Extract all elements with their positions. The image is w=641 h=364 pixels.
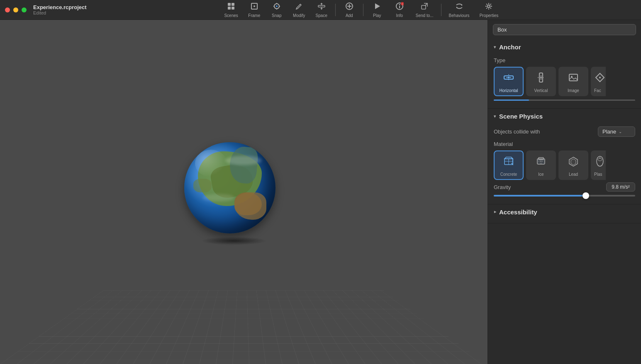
collide-dropdown[interactable]: Plane ⌄ [598,126,635,137]
anchor-type-grid: Horizontal Vertical [494,67,635,96]
info-label: Info [396,13,403,18]
anchor-type-image[interactable]: Image [558,67,588,96]
title-bar: Experience.rcproject Edited Scenes [0,0,641,20]
svg-marker-46 [571,159,576,165]
toolbar-properties[interactable]: Properties [475,0,503,19]
behaviours-icon [455,2,463,12]
type-scroll-indicator [494,99,635,101]
collide-value: Plane [602,129,616,135]
lead-icon [568,155,579,170]
gravity-slider-fill [494,195,586,197]
svg-point-32 [508,77,509,78]
viewport[interactable] [0,20,487,364]
accessibility-section: ▾ Accessibility [488,204,641,223]
accessibility-section-header[interactable]: ▾ Accessibility [488,204,641,220]
gravity-value: 9.8 m/s² [606,182,635,192]
app-title: Experience.rcproject Edited [33,4,87,15]
scene-physics-section: ▾ Scene Physics Objects collide with Pla… [488,109,641,204]
anchor-section-title: Anchor [499,44,521,51]
material-plastic[interactable]: Plas [591,150,606,180]
toolbar-behaviours[interactable]: Behaviours [445,0,474,19]
type-label: Type [494,57,635,63]
collide-row: Objects collide with Plane ⌄ [494,126,635,137]
vertical-icon [535,72,547,86]
ice-icon [535,155,547,170]
gravity-slider-container [494,195,635,197]
material-grid: Concrete Ice [494,150,635,180]
minimize-button[interactable] [13,7,18,12]
modify-icon [295,2,303,12]
modify-label: Modify [293,13,305,18]
image-icon [568,72,579,86]
material-concrete[interactable]: Concrete [494,150,524,180]
svg-line-12 [300,4,300,5]
gravity-row: Gravity 9.8 m/s² [494,182,635,192]
gravity-slider-track [494,195,635,197]
svg-rect-35 [569,74,578,81]
play-label: Play [373,13,381,18]
svg-point-7 [276,5,278,7]
svg-rect-2 [228,7,231,10]
accessibility-title: Accessibility [499,209,537,216]
traffic-lights [5,7,27,12]
toolbar-divider-3 [441,4,441,16]
fullscreen-button[interactable] [22,7,27,12]
space-icon [317,2,326,12]
face-label: Fac [594,88,601,93]
toolbar-divider-1 [335,4,336,16]
toolbar-info[interactable]: ! Info [389,0,410,19]
collide-label: Objects collide with [494,129,540,135]
toolbar-snap[interactable]: Snap [266,0,287,19]
toolbar-modify[interactable]: Modify [289,0,310,19]
gravity-slider-thumb[interactable] [583,192,589,199]
main-content: ▾ Anchor Type [0,20,641,364]
sendto-icon [420,2,429,12]
play-icon [373,2,381,12]
plastic-icon [594,155,606,170]
material-lead[interactable]: Lead [558,150,588,180]
toolbar-play[interactable]: Play [367,0,388,19]
search-input[interactable] [493,24,636,35]
svg-marker-17 [320,8,323,10]
svg-marker-16 [320,3,323,4]
globe-shadow [201,237,267,245]
toolbar-add[interactable]: Add [339,0,360,19]
accessibility-chevron-icon: ▾ [492,211,497,213]
snap-label: Snap [272,13,281,18]
horizontal-label: Horizontal [499,88,518,93]
anchor-section: ▾ Anchor Type [488,39,641,109]
anchor-section-content: Type Horizontal [488,55,641,105]
anchor-type-face[interactable]: Fac [591,67,606,96]
toolbar-frame[interactable]: Frame [244,0,265,19]
toolbar-sendto[interactable]: Send to... [412,0,438,19]
anchor-type-horizontal[interactable]: Horizontal [494,67,524,96]
anchor-type-vertical[interactable]: Vertical [526,67,556,96]
plastic-label: Plas [594,172,602,177]
anchor-chevron-icon: ▾ [494,45,496,49]
globe [184,142,275,233]
grid-floor [0,290,487,364]
close-button[interactable] [5,7,10,12]
svg-rect-0 [228,3,231,6]
lead-label: Lead [569,172,578,177]
svg-rect-3 [232,7,234,10]
app-title-main: Experience.rcproject [33,4,87,10]
material-ice[interactable]: Ice [526,150,556,180]
scene-physics-header[interactable]: ▾ Scene Physics [488,109,641,124]
material-label: Material [494,141,635,147]
scene-physics-content: Objects collide with Plane ⌄ Material [488,124,641,201]
vertical-label: Vertical [534,88,548,93]
right-panel: ▾ Anchor Type [487,20,641,364]
toolbar-divider-2 [363,4,363,16]
toolbar-scenes[interactable]: Scenes [220,0,242,19]
scenes-icon [227,2,235,12]
svg-point-24 [399,4,400,5]
info-icon: ! [395,2,404,12]
space-label: Space [316,13,327,18]
type-scroll-fill [494,99,529,101]
anchor-section-header[interactable]: ▾ Anchor [488,39,641,55]
image-label: Image [568,88,579,93]
toolbar-space[interactable]: Space [311,0,332,19]
horizontal-icon [503,72,514,86]
svg-point-48 [598,158,602,161]
